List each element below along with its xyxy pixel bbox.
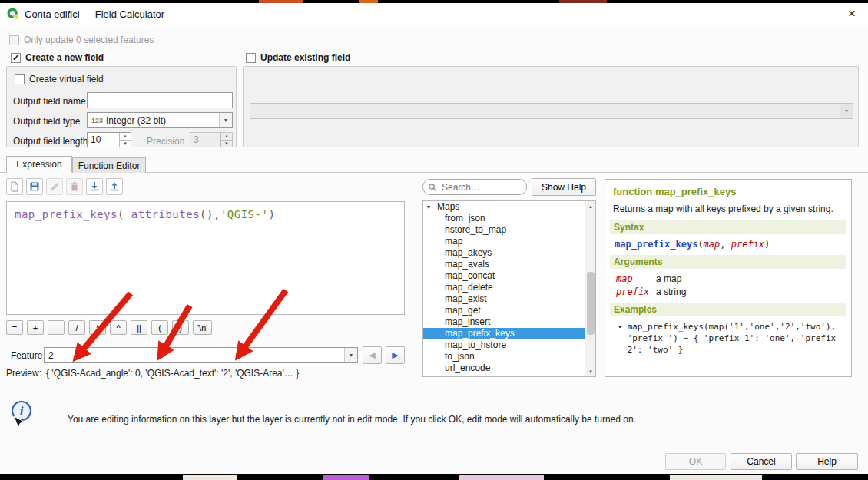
function-tree-item[interactable]: map_get <box>423 305 585 316</box>
function-tree-item[interactable]: map_avals <box>423 259 585 270</box>
function-tree-item[interactable]: to_json <box>423 351 585 362</box>
checkbox-update-existing-field[interactable]: Update existing field <box>246 53 350 63</box>
arguments-heading: Arguments <box>610 255 846 269</box>
feature-label: Feature <box>11 350 42 361</box>
chevron-down-icon: ▾ <box>840 104 853 118</box>
function-tree-group-maps[interactable]: ▾ Maps <box>423 201 585 213</box>
function-tree-item[interactable]: map_concat <box>423 270 585 282</box>
expand-icon[interactable]: ▾ <box>427 201 430 213</box>
expression-token: attributes <box>131 208 200 220</box>
close-icon: × <box>848 6 856 21</box>
operator-open-paren[interactable]: ( <box>151 320 168 335</box>
spin-up-icon[interactable]: ▲ <box>120 133 131 141</box>
checkbox-box[interactable] <box>9 35 19 45</box>
checkbox-box[interactable] <box>15 74 25 84</box>
function-tree[interactable]: ▾ Maps from_json hstore_to_map map map_a… <box>422 200 596 377</box>
checkbox-only-update-selected[interactable]: Only update 0 selected features <box>9 35 154 45</box>
bullet-icon: • <box>618 321 623 356</box>
expression-token: ( <box>118 208 131 220</box>
ok-button[interactable]: OK <box>665 453 726 470</box>
next-arrow-icon: ▶ <box>392 350 398 359</box>
operator-multiply[interactable]: * <box>89 320 106 335</box>
check-icon: ✓ <box>12 54 19 62</box>
previous-feature-button: ◀ <box>363 346 382 364</box>
operator-newline[interactable]: '\n' <box>193 320 212 335</box>
window-title: Conta edifici — Field Calculator <box>25 8 164 20</box>
delete-expression-button <box>66 178 83 195</box>
operator-close-paren[interactable]: ) <box>172 320 189 335</box>
function-tree-item[interactable]: hstore_to_map <box>423 224 585 236</box>
function-search[interactable] <box>422 179 527 195</box>
next-feature-button[interactable]: ▶ <box>386 346 405 364</box>
preview-label: Preview: <box>6 368 41 379</box>
expression-editor[interactable]: map_prefix_keys( attributes(),'QGIS-') <box>6 201 405 315</box>
help-button[interactable]: Help <box>796 453 858 470</box>
function-tree-item[interactable]: map <box>423 236 585 247</box>
search-input[interactable] <box>440 181 517 194</box>
title-bar[interactable]: Conta edifici — Field Calculator × <box>0 3 868 25</box>
precision-value: 3 <box>190 133 220 147</box>
export-expression-button[interactable] <box>106 178 123 195</box>
desktop-background-fragment <box>183 475 237 480</box>
chevron-down-icon[interactable]: ▾ <box>344 348 357 362</box>
tab-function-editor[interactable]: Function Editor <box>72 157 146 173</box>
scroll-up-icon[interactable]: ▲ <box>585 201 596 211</box>
function-tree-item[interactable]: map_to_hstore <box>423 339 585 351</box>
expression-token: (), <box>200 208 220 220</box>
qgis-logo-icon <box>7 8 19 20</box>
spin-down-icon[interactable]: ▼ <box>120 141 131 147</box>
spin-up-icon: ▲ <box>221 133 232 141</box>
example-code: map_prefix_keys(map('1','one','2','two')… <box>628 321 845 356</box>
spin-down-icon: ▼ <box>221 141 232 147</box>
operator-equals[interactable]: = <box>6 320 23 335</box>
chevron-down-icon[interactable]: ▾ <box>219 113 232 127</box>
function-tree-item[interactable]: map_insert <box>423 316 585 328</box>
preview-value: { 'QGIS-Acad_angle': 0, 'QGIS-Acad_text'… <box>46 368 299 379</box>
new-file-icon <box>9 181 20 192</box>
precision-label: Precision <box>147 136 184 147</box>
import-expression-button[interactable] <box>86 178 103 195</box>
operator-concat[interactable]: || <box>131 320 147 335</box>
precision-spinner: 3 ▲ ▼ <box>190 132 233 147</box>
output-field-length-spinner[interactable]: 10 ▲ ▼ <box>87 132 131 147</box>
feature-value: 2 <box>48 350 54 361</box>
cancel-button[interactable]: Cancel <box>731 453 792 470</box>
operator-minus[interactable]: - <box>48 320 65 335</box>
new-expression-button[interactable] <box>6 178 23 195</box>
operator-plus[interactable]: + <box>27 320 44 335</box>
function-tree-item[interactable]: map_delete <box>423 282 585 293</box>
pencil-icon <box>49 181 60 192</box>
output-field-type-value: Integer (32 bit) <box>106 115 166 126</box>
checkbox-box[interactable]: ✓ <box>11 53 21 63</box>
function-tree-item[interactable]: url_encode <box>423 362 585 374</box>
output-field-type-combo[interactable]: 123 Integer (32 bit) ▾ <box>87 112 233 128</box>
edit-mode-notice: You are editing information on this laye… <box>68 414 820 425</box>
function-tree-item-selected[interactable]: map_prefix_keys <box>423 328 585 339</box>
function-tree-item[interactable]: map_exist <box>423 293 585 305</box>
expression-token: map_prefix_keys <box>15 208 118 220</box>
feature-combo[interactable]: 2 ▾ <box>44 347 358 363</box>
function-tree-item[interactable]: from_json <box>423 213 585 224</box>
close-button[interactable]: × <box>843 5 860 22</box>
scrollbar-thumb[interactable] <box>587 272 595 335</box>
checkbox-box[interactable] <box>246 53 256 63</box>
info-icon: i <box>9 399 35 430</box>
argument-row: map a map <box>616 273 843 284</box>
function-tree-item[interactable]: map_akeys <box>423 247 585 259</box>
preview-row: Preview:{ 'QGIS-Acad_angle': 0, 'QGIS-Ac… <box>6 368 299 379</box>
svg-text:i: i <box>20 404 24 419</box>
tree-scrollbar[interactable]: ▲ ▼ <box>585 201 595 376</box>
save-expression-button[interactable] <box>26 178 43 195</box>
output-field-name-label: Output field name <box>13 96 86 107</box>
create-new-field-group: Create virtual field Output field name O… <box>6 66 237 147</box>
operator-power[interactable]: ^ <box>110 320 127 335</box>
checkbox-create-new-field[interactable]: ✓ Create a new field <box>11 53 104 63</box>
previous-arrow-icon: ◀ <box>369 350 375 359</box>
tab-expression[interactable]: Expression <box>6 156 72 173</box>
show-help-button[interactable]: Show Help <box>532 178 596 196</box>
search-icon <box>428 183 437 192</box>
checkbox-create-virtual-field[interactable]: Create virtual field <box>15 74 104 84</box>
operator-divide[interactable]: / <box>68 320 85 335</box>
output-field-name-input[interactable] <box>87 92 233 108</box>
scroll-down-icon[interactable]: ▼ <box>585 366 596 376</box>
